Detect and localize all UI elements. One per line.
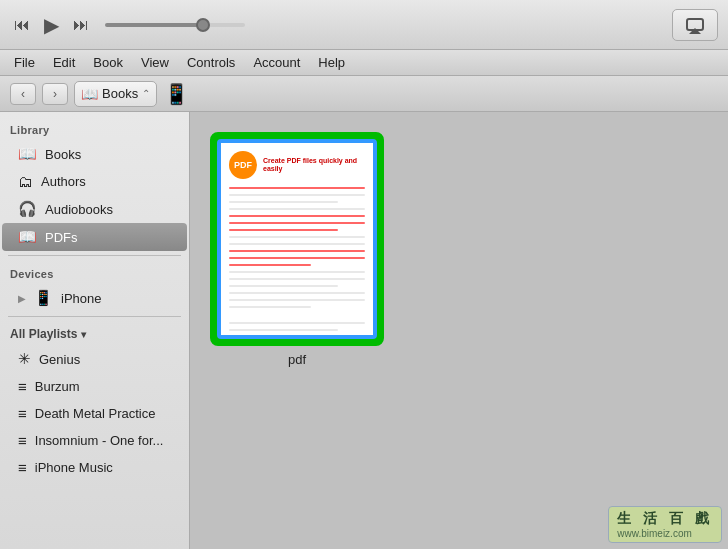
pdf-logo-circle: PDF xyxy=(229,151,257,179)
pdf-line-13 xyxy=(229,271,365,273)
sidebar-insomnium-label: Insomnium - One for... xyxy=(35,433,164,448)
sidebar-divider-1 xyxy=(8,255,181,256)
sidebar-books-label: Books xyxy=(45,147,81,162)
seek-thumb xyxy=(196,18,210,32)
pdf-line-4 xyxy=(229,208,365,210)
pdf-line-10 xyxy=(229,250,365,252)
sidebar-deathmetal-label: Death Metal Practice xyxy=(35,406,156,421)
nav-forward-button[interactable]: › xyxy=(42,83,68,105)
pdf-line-3 xyxy=(229,201,338,203)
playlists-chevron-icon: ▾ xyxy=(81,329,86,340)
menu-file[interactable]: File xyxy=(6,53,43,72)
pdf-line-5 xyxy=(229,215,365,217)
sidebar-genius-label: Genius xyxy=(39,352,80,367)
audiobooks-icon: 🎧 xyxy=(18,200,37,218)
pdfs-icon: 📖 xyxy=(18,228,37,246)
pdf-line-16 xyxy=(229,292,365,294)
sidebar-item-iphone[interactable]: ▶ 📱 iPhone xyxy=(2,284,187,312)
playlists-section-label: All Playlists xyxy=(10,327,77,341)
deathmetal-icon: ≡ xyxy=(18,405,27,422)
pdf-item[interactable]: PDF Create PDF files quickly and easily xyxy=(210,132,384,367)
pdf-title-text: Create PDF files quickly and easily xyxy=(263,157,365,174)
pdf-line-12 xyxy=(229,264,311,266)
pdf-logo-area: PDF Create PDF files quickly and easily xyxy=(229,151,365,179)
content-area: PDF Create PDF files quickly and easily xyxy=(190,112,728,549)
sidebar-divider-2 xyxy=(8,316,181,317)
genius-icon: ✳ xyxy=(18,350,31,368)
pdf-line-1 xyxy=(229,187,365,189)
airplay-icon xyxy=(684,14,706,36)
insomnium-icon: ≡ xyxy=(18,432,27,449)
pdf-thumbnail-inner: PDF Create PDF files quickly and easily xyxy=(217,139,377,339)
sidebar-iphone-label: iPhone xyxy=(61,291,101,306)
sidebar-audiobooks-label: Audiobooks xyxy=(45,202,113,217)
pdf-line-9 xyxy=(229,243,365,245)
burzum-icon: ≡ xyxy=(18,378,27,395)
devices-section-label: Devices xyxy=(0,260,189,284)
menu-help[interactable]: Help xyxy=(310,53,353,72)
airplay-button[interactable] xyxy=(672,9,718,41)
menu-controls[interactable]: Controls xyxy=(179,53,243,72)
menu-edit[interactable]: Edit xyxy=(45,53,83,72)
watermark-main: 生 活 百 戲 xyxy=(617,510,713,528)
all-playlists-header[interactable]: All Playlists ▾ xyxy=(0,321,189,345)
sidebar: Library 📖 Books 🗂 Authors 🎧 Audiobooks 📖… xyxy=(0,112,190,549)
nav-back-button[interactable]: ‹ xyxy=(10,83,36,105)
main-layout: Library 📖 Books 🗂 Authors 🎧 Audiobooks 📖… xyxy=(0,112,728,549)
play-button[interactable]: ▶ xyxy=(40,9,63,41)
pdf-line-2 xyxy=(229,194,365,196)
pdf-label: pdf xyxy=(288,352,306,367)
sidebar-item-burzum[interactable]: ≡ Burzum xyxy=(2,373,187,400)
sidebar-item-pdfs[interactable]: 📖 PDFs xyxy=(2,223,187,251)
menu-view[interactable]: View xyxy=(133,53,177,72)
rewind-button[interactable]: ⏮ xyxy=(10,12,34,38)
library-dropdown-label: Books xyxy=(102,86,138,101)
pdf-line-17 xyxy=(229,299,365,301)
sidebar-item-deathmetal[interactable]: ≡ Death Metal Practice xyxy=(2,400,187,427)
nav-bar: ‹ › 📖 Books ⌃ 📱 xyxy=(0,76,728,112)
sidebar-item-audiobooks[interactable]: 🎧 Audiobooks xyxy=(2,195,187,223)
pdf-line-11 xyxy=(229,257,365,259)
pdf-thumbnail-wrapper: PDF Create PDF files quickly and easily xyxy=(210,132,384,346)
seek-slider[interactable] xyxy=(105,23,245,27)
pdf-line-7 xyxy=(229,229,338,231)
expand-arrow-icon: ▶ xyxy=(18,293,26,304)
sidebar-item-genius[interactable]: ✳ Genius xyxy=(2,345,187,373)
watermark-sub: www.bimeiz.com xyxy=(617,528,713,539)
title-bar: ⏮ ▶ ⏭ xyxy=(0,0,728,50)
authors-icon: 🗂 xyxy=(18,173,33,190)
pdf-line-15 xyxy=(229,285,338,287)
chevron-down-icon: ⌃ xyxy=(142,88,150,99)
menu-bar: File Edit Book View Controls Account Hel… xyxy=(0,50,728,76)
pdf-line-19 xyxy=(229,322,365,324)
pdf-line-8 xyxy=(229,236,365,238)
device-button[interactable]: 📱 xyxy=(163,79,189,109)
sidebar-item-books[interactable]: 📖 Books xyxy=(2,140,187,168)
menu-book[interactable]: Book xyxy=(85,53,131,72)
pdf-line-14 xyxy=(229,278,365,280)
sidebar-burzum-label: Burzum xyxy=(35,379,80,394)
pdf-doc-preview: PDF Create PDF files quickly and easily xyxy=(221,143,373,339)
fastforward-button[interactable]: ⏭ xyxy=(69,12,93,38)
pdf-line-20 xyxy=(229,329,338,331)
pdf-line-18 xyxy=(229,306,311,308)
iphone-icon: 📱 xyxy=(34,289,53,307)
pdf-line-6 xyxy=(229,222,365,224)
sidebar-authors-label: Authors xyxy=(41,174,86,189)
library-dropdown[interactable]: 📖 Books ⌃ xyxy=(74,81,157,107)
watermark: 生 活 百 戲 www.bimeiz.com xyxy=(608,506,722,543)
books-icon: 📖 xyxy=(81,86,98,102)
iphonemusic-icon: ≡ xyxy=(18,459,27,476)
sidebar-iphonemusic-label: iPhone Music xyxy=(35,460,113,475)
sidebar-pdfs-label: PDFs xyxy=(45,230,78,245)
sidebar-item-iphonemusic[interactable]: ≡ iPhone Music xyxy=(2,454,187,481)
library-section-label: Library xyxy=(0,116,189,140)
menu-account[interactable]: Account xyxy=(245,53,308,72)
sidebar-item-insomnium[interactable]: ≡ Insomnium - One for... xyxy=(2,427,187,454)
sidebar-item-authors[interactable]: 🗂 Authors xyxy=(2,168,187,195)
books-icon: 📖 xyxy=(18,145,37,163)
